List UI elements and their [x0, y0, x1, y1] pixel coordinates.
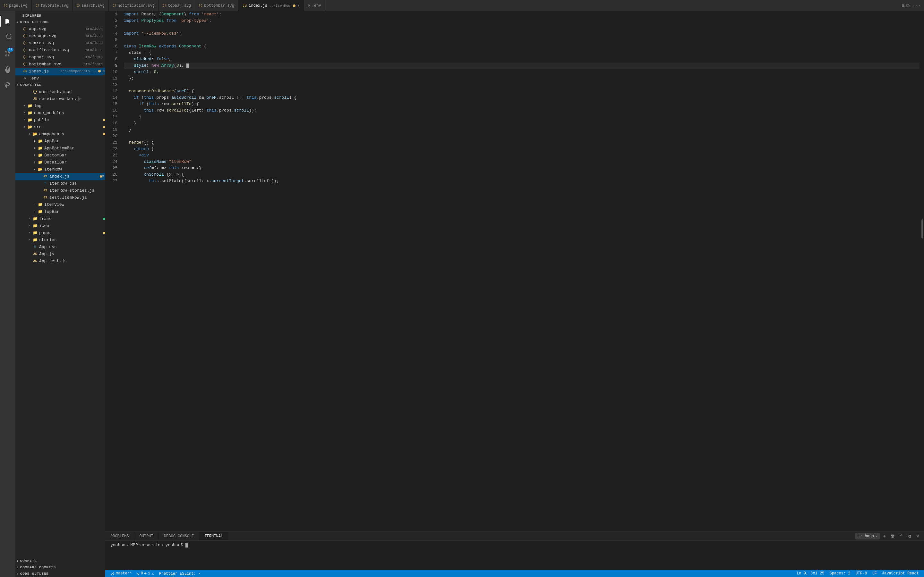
folder-components[interactable]: ▾ 📂 components — [15, 131, 105, 137]
file-test-itemrow[interactable]: JS test.ItemRow.js — [15, 194, 105, 201]
compare-commits-chevron: › — [17, 566, 19, 569]
folder-appbottombar[interactable]: › 📁 AppBottomBar — [15, 145, 105, 152]
editor-settings-icon[interactable]: ⊞ — [902, 3, 905, 8]
open-editor-message-svg[interactable]: ⬡ message.svg src/icon — [15, 32, 105, 39]
open-editor-bottombar-svg[interactable]: ⬡ bottombar.svg src/frame — [15, 61, 105, 68]
folder-stories[interactable]: › 📁 stories — [15, 236, 105, 243]
activity-extensions[interactable] — [0, 78, 15, 93]
file-itemrow-css[interactable]: ≡ ItemRow.css — [15, 180, 105, 187]
panel-tab-output[interactable]: OUTPUT — [134, 532, 159, 540]
code-lines[interactable]: import React, {Component} from 'react'; … — [121, 11, 919, 532]
folder-node-modules[interactable]: › 📁 node_modules — [15, 109, 105, 116]
encoding-text: UTF-8 — [855, 571, 867, 576]
status-right: Ln 9, Col 25 Spaces: 2 UTF-8 LF JavaScri… — [794, 570, 921, 577]
open-editor-env[interactable]: ⚙ .env — [15, 75, 105, 82]
compare-commits-section[interactable]: › COMPARE COMMITS — [15, 564, 105, 571]
git-branch-icon: ⎇ — [110, 572, 115, 576]
status-encoding[interactable]: UTF-8 — [853, 570, 869, 577]
terminal-content[interactable]: yoohoos-MBP:cosmetics yoohoo$ — [105, 541, 924, 570]
folder-detailbar[interactable]: › 📁 DetailBar — [15, 159, 105, 166]
folder-label: img — [34, 103, 105, 108]
terminal-add-button[interactable]: ＋ — [881, 533, 888, 540]
terminal-instance-selector[interactable]: 1: bash ▾ — [855, 533, 880, 540]
editor-scrollbar[interactable] — [919, 11, 924, 532]
open-editor-notification-svg[interactable]: ⬡ notification.svg src/icon — [15, 47, 105, 53]
editor-more-icon[interactable]: ··· — [911, 3, 921, 9]
tab-bottombar-svg[interactable]: ⬡ bottombar.svg — [195, 0, 238, 11]
open-editors-section[interactable]: ▾ OPEN EDITORS — [15, 19, 105, 25]
file-app-css[interactable]: ≡ App.css — [15, 243, 105, 250]
code-line-26: onScroll={x => { — [124, 171, 919, 178]
open-editor-index-js[interactable]: JS index.js src/components... M — [15, 68, 105, 75]
file-index-js[interactable]: JS index.js M — [15, 173, 105, 180]
panel-split-button[interactable]: ⧉ — [906, 533, 913, 540]
editor-split-icon[interactable]: ⧉ — [906, 3, 909, 8]
status-sync[interactable]: ↻ 0 ⊗ 1 ⚠ — [134, 570, 156, 577]
status-prettier[interactable]: Prettier ESLint: ✓ — [157, 570, 204, 577]
tab-bar: ⬡ page.svg ⬡ favorite.svg ⬡ search.svg ⬡… — [0, 0, 924, 11]
folder-topbar[interactable]: › 📁 TopBar — [15, 208, 105, 215]
folder-public[interactable]: › 📁 public — [15, 116, 105, 123]
panel-tab-problems[interactable]: PROBLEMS — [105, 532, 134, 540]
status-eol[interactable]: LF — [869, 570, 879, 577]
tab-env[interactable]: ⚙ .env — [304, 0, 325, 11]
folder-img[interactable]: › 📁 img — [15, 102, 105, 109]
open-editor-app-svg[interactable]: ⬡ app.svg src/icon — [15, 25, 105, 32]
status-position[interactable]: Ln 9, Col 25 — [794, 570, 827, 577]
tab-page-svg[interactable]: ⬡ page.svg — [0, 0, 32, 11]
status-spaces[interactable]: Spaces: 2 — [827, 570, 853, 577]
expand-arrow: › — [32, 139, 37, 143]
file-label: ItemRow.stories.js — [49, 188, 105, 193]
activity-debug[interactable] — [0, 62, 15, 77]
tab-index-js[interactable]: JS index.js ../ItemRow ✕ — [238, 0, 304, 11]
folder-src[interactable]: ▾ 📂 src — [15, 123, 105, 131]
folder-icon: 📁 — [37, 146, 43, 151]
folder-label: BottomBar — [44, 153, 105, 158]
code-line-12 — [124, 82, 919, 88]
folder-label: stories — [39, 237, 105, 242]
env-file-icon: ⚙ — [308, 3, 310, 8]
expand-arrow: ▾ — [32, 167, 37, 171]
file-itemrow-stories[interactable]: JS ItemRow.stories.js — [15, 187, 105, 194]
close-tab-icon[interactable]: ✕ — [297, 3, 300, 8]
js-icon: JS — [42, 196, 48, 199]
tab-search-svg[interactable]: ⬡ search.svg — [73, 0, 109, 11]
code-editor[interactable]: 12345 678910 1112131415 1617181920 21222… — [105, 11, 924, 532]
code-outline-section[interactable]: › CODE OUTLINE — [15, 571, 105, 577]
status-branch[interactable]: ⎇ master* — [108, 570, 134, 577]
file-app-js[interactable]: JS App.js — [15, 250, 105, 258]
folder-icon-dir[interactable]: › 📁 icon — [15, 222, 105, 229]
terminal-trash-button[interactable]: 🗑 — [889, 533, 897, 540]
folder-bottombar[interactable]: › 📁 BottomBar — [15, 152, 105, 159]
open-editor-search-svg[interactable]: ⬡ search.svg src/icon — [15, 39, 105, 47]
cosmetics-section[interactable]: ▾ COSMETICS — [15, 82, 105, 88]
file-label: App.js — [39, 251, 105, 256]
folder-open-icon: 📂 — [27, 125, 33, 129]
folder-itemrow[interactable]: ▾ 📂 ItemRow — [15, 166, 105, 173]
folder-icon: 📁 — [37, 202, 43, 207]
tab-favorite-svg[interactable]: ⬡ favorite.svg — [32, 0, 73, 11]
open-editor-topbar-svg[interactable]: ⬡ topbar.svg src/frame — [15, 53, 105, 61]
panel-tab-terminal[interactable]: TERMINAL — [199, 532, 228, 540]
folder-pages[interactable]: › 📁 pages — [15, 229, 105, 236]
activity-source-control[interactable]: 29 — [0, 46, 15, 61]
activity-search[interactable] — [0, 30, 15, 45]
folder-appbar[interactable]: › 📁 AppBar — [15, 137, 105, 145]
tab-topbar-svg[interactable]: ⬡ topbar.svg — [159, 0, 195, 11]
file-manifest-json[interactable]: {} manifest.json — [15, 88, 105, 95]
svg-icon: ⬡ — [22, 55, 27, 60]
file-app-test[interactable]: JS App.test.js — [15, 258, 105, 264]
activity-explorer[interactable] — [0, 14, 15, 29]
commits-section[interactable]: › COMMITS — [15, 558, 105, 564]
folder-frame[interactable]: › 📁 frame — [15, 215, 105, 222]
file-label: service-worker.js — [39, 97, 105, 101]
panel-close-button[interactable]: ✕ — [914, 533, 921, 540]
terminal-maximize-button[interactable]: ⌃ — [898, 533, 905, 540]
panel-tab-debug-console[interactable]: DEBUG CONSOLE — [159, 532, 200, 540]
js-icon: JS — [22, 69, 27, 73]
folder-itemview[interactable]: › 📁 ItemView — [15, 201, 105, 208]
status-language[interactable]: JavaScript React — [879, 570, 921, 577]
modified-letter: M — [102, 175, 104, 178]
file-service-worker[interactable]: JS service-worker.js — [15, 95, 105, 102]
tab-notification-svg[interactable]: ⬡ notification.svg — [109, 0, 159, 11]
